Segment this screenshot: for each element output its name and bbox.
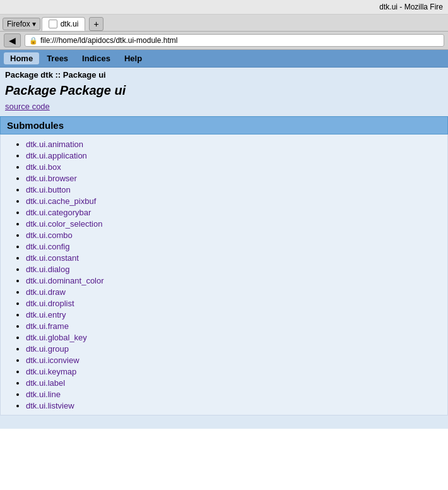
tab-label: dtk.ui: [61, 20, 79, 28]
title-bar: dtk.ui - Mozilla Fire: [0, 0, 448, 15]
main-content: Home Trees Indices Help Package dtk :: P…: [0, 50, 448, 429]
list-item: dtk.ui.browser: [26, 172, 435, 184]
list-item: dtk.ui.draw: [26, 286, 435, 297]
list-item: dtk.ui.dominant_color: [26, 275, 435, 286]
submodule-link[interactable]: dtk.ui.keymap: [26, 367, 76, 376]
active-tab[interactable]: dtk.ui: [42, 17, 86, 31]
list-item: dtk.ui.dialog: [26, 263, 435, 275]
submodule-link[interactable]: dtk.ui.listview: [26, 401, 74, 410]
list-item: dtk.ui.config: [26, 241, 435, 252]
page-title: Package Package ui: [0, 82, 448, 100]
list-item: dtk.ui.color_selection: [26, 218, 435, 229]
submodule-link[interactable]: dtk.ui.button: [26, 185, 71, 194]
submodule-link[interactable]: dtk.ui.frame: [26, 321, 69, 331]
browser-chrome: Firefox ▾ dtk.ui + ◀ 🔒 file:///home/ld/a…: [0, 15, 448, 50]
submodule-link[interactable]: dtk.ui.dominant_color: [26, 276, 104, 285]
source-link-container: source code: [0, 100, 448, 116]
nav-help[interactable]: Help: [118, 52, 148, 64]
tab-favicon: [49, 20, 57, 28]
firefox-dropdown-icon: ▾: [32, 20, 36, 28]
breadcrumb-text: Package dtk :: Package ui: [5, 70, 106, 80]
list-item: dtk.ui.keymap: [26, 366, 435, 377]
package-title-text: Package Package ui: [5, 83, 126, 97]
submodule-link[interactable]: dtk.ui.draw: [26, 287, 66, 297]
list-item: dtk.ui.application: [26, 150, 435, 161]
new-tab-button[interactable]: +: [89, 17, 103, 31]
list-item: dtk.ui.animation: [26, 138, 435, 150]
list-item: dtk.ui.label: [26, 377, 435, 388]
submodules-ul: dtk.ui.animationdtk.ui.applicationdtk.ui…: [20, 138, 435, 411]
submodule-link[interactable]: dtk.ui.browser: [26, 174, 77, 183]
list-item: dtk.ui.cache_pixbuf: [26, 195, 435, 206]
list-item: dtk.ui.categorybar: [26, 206, 435, 218]
nav-indices[interactable]: Indices: [76, 52, 117, 64]
list-item: dtk.ui.button: [26, 184, 435, 195]
submodule-link[interactable]: dtk.ui.application: [26, 151, 87, 160]
list-item: dtk.ui.listview: [26, 400, 435, 411]
submodule-link[interactable]: dtk.ui.constant: [26, 253, 79, 263]
nav-bar: ◀ 🔒 file:///home/ld/apidocs/dtk.ui-modul…: [0, 31, 448, 49]
list-item: dtk.ui.group: [26, 343, 435, 354]
nav-home[interactable]: Home: [4, 52, 39, 64]
submodule-link[interactable]: dtk.ui.iconview: [26, 356, 80, 365]
breadcrumb: Package dtk :: Package ui: [0, 68, 448, 82]
firefox-menu-button[interactable]: Firefox ▾: [3, 18, 40, 30]
list-item: dtk.ui.combo: [26, 229, 435, 241]
list-item: dtk.ui.constant: [26, 252, 435, 263]
submodules-section: Submodules dtk.ui.animationdtk.ui.applic…: [0, 116, 448, 415]
submodule-link[interactable]: dtk.ui.box: [26, 162, 61, 172]
submodules-header: Submodules: [0, 116, 448, 134]
source-code-link[interactable]: source code: [5, 102, 50, 111]
list-item: dtk.ui.droplist: [26, 297, 435, 309]
submodule-link[interactable]: dtk.ui.label: [26, 378, 65, 388]
submodule-link[interactable]: dtk.ui.group: [26, 344, 69, 354]
submodule-link[interactable]: dtk.ui.droplist: [26, 299, 74, 308]
firefox-label: Firefox: [7, 20, 30, 28]
submodule-link[interactable]: dtk.ui.combo: [26, 230, 73, 240]
submodule-link[interactable]: dtk.ui.global_key: [26, 333, 87, 342]
submodule-link[interactable]: dtk.ui.cache_pixbuf: [26, 196, 96, 206]
window-title: dtk.ui - Mozilla Fire: [379, 3, 443, 11]
submodule-link[interactable]: dtk.ui.animation: [26, 140, 83, 149]
list-item: dtk.ui.entry: [26, 309, 435, 320]
address-text: file:///home/ld/apidocs/dtk.ui-module.ht…: [40, 36, 177, 45]
submodules-list: dtk.ui.animationdtk.ui.applicationdtk.ui…: [0, 134, 448, 415]
list-item: dtk.ui.frame: [26, 320, 435, 332]
back-button[interactable]: ◀: [4, 33, 21, 47]
list-item: dtk.ui.box: [26, 161, 435, 172]
tab-bar: Firefox ▾ dtk.ui +: [0, 15, 448, 31]
nav-trees[interactable]: Trees: [40, 52, 74, 64]
submodule-link[interactable]: dtk.ui.color_selection: [26, 219, 102, 229]
submodule-link[interactable]: dtk.ui.categorybar: [26, 208, 91, 217]
doc-nav: Home Trees Indices Help: [0, 50, 448, 68]
submodule-link[interactable]: dtk.ui.config: [26, 242, 69, 251]
list-item: dtk.ui.line: [26, 388, 435, 400]
lock-icon: 🔒: [29, 37, 38, 45]
address-bar[interactable]: 🔒 file:///home/ld/apidocs/dtk.ui-module.…: [25, 34, 444, 47]
list-item: dtk.ui.iconview: [26, 354, 435, 366]
submodule-link[interactable]: dtk.ui.line: [26, 390, 61, 399]
list-item: dtk.ui.global_key: [26, 332, 435, 343]
submodule-link[interactable]: dtk.ui.dialog: [26, 265, 69, 274]
submodule-link[interactable]: dtk.ui.entry: [26, 310, 66, 320]
